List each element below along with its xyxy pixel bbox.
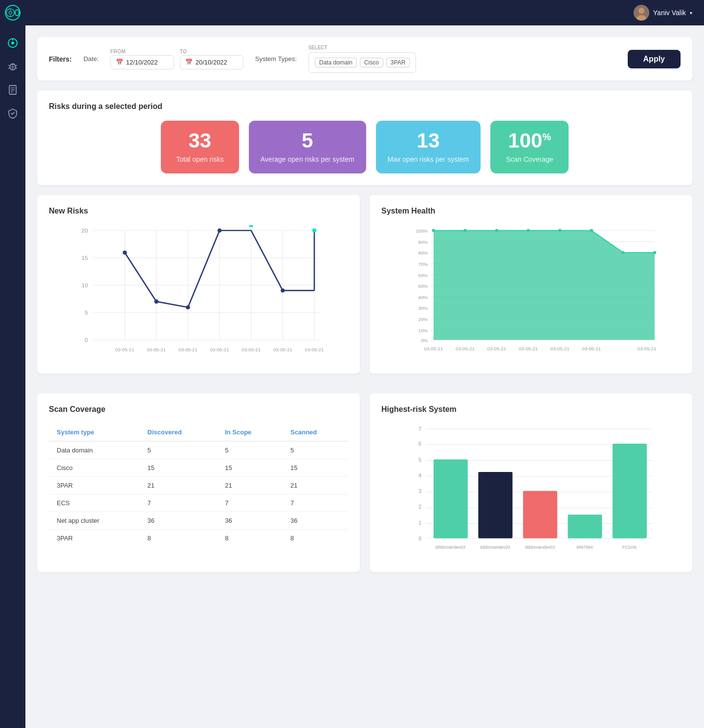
system-types-select[interactable]: Data domain Cisco 3PAR [308, 52, 417, 73]
svg-rect-106 [434, 459, 468, 538]
table-cell: 7 [140, 494, 218, 512]
svg-point-80 [590, 229, 593, 232]
svg-text:20%: 20% [418, 317, 428, 322]
from-date-wrapper: FROM 📅 12/10/2022 [110, 49, 174, 69]
svg-point-42 [249, 225, 253, 227]
table-row: Cisco151515 [49, 459, 348, 477]
table-cell: 21 [217, 477, 283, 494]
svg-text:03-05-21: 03-05-21 [242, 347, 261, 353]
svg-point-76 [463, 229, 466, 232]
sidebar-item-reports[interactable] [3, 80, 22, 100]
stat-total-value: 33 [188, 130, 211, 151]
svg-text:2: 2 [418, 504, 421, 510]
tag-cisco: Cisco [360, 58, 383, 67]
svg-point-78 [527, 229, 529, 232]
sidebar-item-dashboard[interactable] [3, 33, 22, 53]
table-cell: 8 [217, 530, 283, 547]
svg-text:03-05-21: 03-05-21 [210, 347, 229, 353]
svg-text:9987984: 9987984 [576, 545, 593, 550]
stat-total-open: 33 Total open risks [161, 121, 239, 173]
svg-text:03-05-21: 03-05-21 [487, 346, 506, 351]
stat-max-value: 13 [417, 130, 440, 151]
svg-text:5: 5 [85, 309, 88, 316]
svg-point-40 [186, 305, 190, 310]
svg-rect-108 [523, 491, 557, 538]
table-row: ECS777 [49, 494, 348, 512]
stat-total-label: Total open risks [176, 155, 223, 164]
svg-text:0: 0 [418, 535, 421, 541]
svg-text:6: 6 [418, 441, 421, 447]
svg-text:30%: 30% [418, 306, 428, 311]
from-label: FROM [110, 49, 174, 54]
tag-data-domain: Data domain [315, 58, 357, 67]
charts-row-2: Scan Coverage System type Discovered In … [37, 393, 692, 582]
system-health-chart: 100% 90% 80% 70% 60% 50% 40% 30% 20% 10%… [381, 225, 681, 362]
from-date-input[interactable]: 📅 12/10/2022 [110, 55, 174, 69]
scan-coverage-card: Scan Coverage System type Discovered In … [37, 393, 360, 572]
svg-text:4: 4 [418, 472, 421, 478]
table-cell: Cisco [49, 459, 140, 477]
svg-point-1 [9, 11, 12, 14]
table-cell: 36 [217, 512, 283, 530]
table-cell: 15 [140, 459, 218, 477]
svg-text:03-05-21: 03-05-21 [456, 346, 475, 351]
stat-scan-coverage: 100% Scan Coverage [490, 121, 569, 173]
table-cell: 15 [283, 459, 348, 477]
table-cell: 21 [283, 477, 348, 494]
table-cell: 21 [140, 477, 218, 494]
table-row: Data domain555 [49, 441, 348, 459]
svg-rect-110 [613, 444, 647, 538]
svg-text:20: 20 [82, 227, 88, 234]
svg-text:0: 0 [85, 337, 88, 343]
highest-risk-title: Highest-risk System [381, 405, 681, 414]
svg-point-41 [218, 229, 222, 233]
svg-line-14 [16, 68, 17, 68]
from-date-value: 12/10/2022 [126, 59, 158, 66]
table-cell: 8 [283, 530, 348, 547]
system-types-wrapper: SELECT Data domain Cisco 3PAR [308, 45, 417, 73]
sidebar-item-bugs[interactable] [3, 57, 22, 76]
apply-button[interactable]: Apply [628, 50, 681, 68]
svg-text:80%: 80% [418, 250, 428, 256]
sidebar-item-security[interactable] [3, 104, 22, 123]
date-label: Date: [84, 55, 99, 63]
svg-text:60%: 60% [418, 273, 428, 278]
table-cell: 36 [283, 512, 348, 530]
svg-point-39 [154, 300, 159, 304]
svg-point-82 [653, 251, 656, 254]
sidebar [0, 25, 25, 728]
svg-text:3: 3 [418, 488, 421, 494]
svg-rect-109 [568, 514, 602, 538]
date-filters: FROM 📅 12/10/2022 TO 📅 20/10/2022 [110, 49, 243, 69]
svg-text:dddomaindev03: dddomaindev03 [480, 545, 510, 550]
charts-row-1: New Risks [37, 195, 692, 384]
col-scanned: Scanned [283, 424, 348, 441]
filters-label: Filters: [49, 55, 72, 63]
svg-text:1: 1 [418, 520, 421, 526]
svg-text:FCSAN: FCSAN [622, 545, 637, 550]
coverage-table: System type Discovered In Scope Scanned … [49, 424, 348, 547]
user-menu[interactable]: Yaniv Valik ▾ [634, 5, 692, 21]
svg-point-81 [621, 251, 624, 254]
table-cell: 3PAR [49, 477, 140, 494]
new-risks-card: New Risks [37, 195, 360, 374]
table-cell: 3PAR [49, 530, 140, 547]
logo-icon [5, 5, 21, 21]
svg-point-8 [11, 42, 14, 44]
user-name: Yaniv Valik [653, 9, 686, 17]
svg-point-5 [638, 8, 644, 14]
svg-line-12 [8, 68, 10, 68]
col-discovered: Discovered [140, 424, 218, 441]
col-system-type: System type [49, 424, 140, 441]
scan-coverage-title: Scan Coverage [49, 405, 348, 414]
avatar [634, 5, 649, 21]
system-health-svg: 100% 90% 80% 70% 60% 50% 40% 30% 20% 10%… [381, 225, 681, 362]
table-row: 3PAR888 [49, 530, 348, 547]
highest-risk-svg: 0 1 2 3 4 5 6 7 [381, 424, 681, 560]
stat-avg-label: Average open risks per system [261, 155, 354, 164]
svg-text:15: 15 [82, 255, 88, 261]
to-date-input[interactable]: 📅 20/10/2022 [180, 55, 243, 69]
stat-scan-label: Scan Coverage [506, 155, 553, 164]
table-cell: 8 [140, 530, 218, 547]
main-content: Filters: Date: FROM 📅 12/10/2022 TO 📅 20… [25, 25, 704, 728]
